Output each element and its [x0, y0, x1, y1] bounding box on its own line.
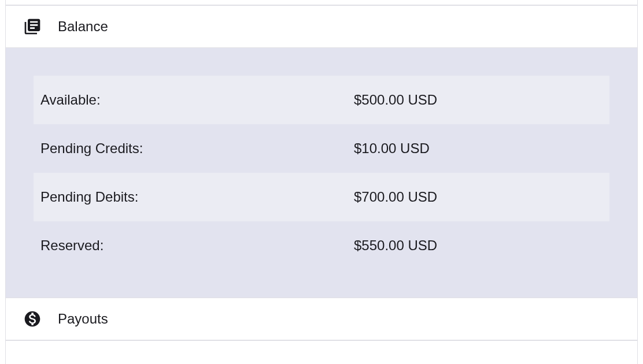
- balance-title: Balance: [58, 18, 108, 35]
- balance-section-header: Balance: [6, 5, 637, 48]
- balance-row-available: Available: $500.00 USD: [34, 76, 609, 124]
- balance-row-pending-credits: Pending Credits: $10.00 USD: [34, 124, 609, 173]
- panel-container: Balance Available: $500.00 USD Pending C…: [5, 0, 638, 364]
- balance-value: $550.00 USD: [354, 237, 437, 254]
- payouts-title: Payouts: [58, 311, 108, 327]
- balance-value: $700.00 USD: [354, 189, 437, 205]
- payouts-body-edge: [6, 340, 637, 341]
- monetization-icon: [23, 310, 42, 328]
- balance-row-pending-debits: Pending Debits: $700.00 USD: [34, 173, 609, 221]
- library-books-icon: [23, 17, 42, 36]
- balance-label: Available:: [40, 92, 354, 108]
- balance-row-reserved: Reserved: $550.00 USD: [34, 221, 609, 270]
- top-edge-divider: [6, 0, 637, 5]
- payouts-section-header: Payouts: [6, 298, 637, 340]
- balance-body: Available: $500.00 USD Pending Credits: …: [6, 48, 637, 298]
- balance-label: Reserved:: [40, 237, 354, 254]
- balance-value: $10.00 USD: [354, 140, 430, 157]
- balance-value: $500.00 USD: [354, 92, 437, 108]
- balance-label: Pending Debits:: [40, 189, 354, 205]
- balance-label: Pending Credits:: [40, 140, 354, 157]
